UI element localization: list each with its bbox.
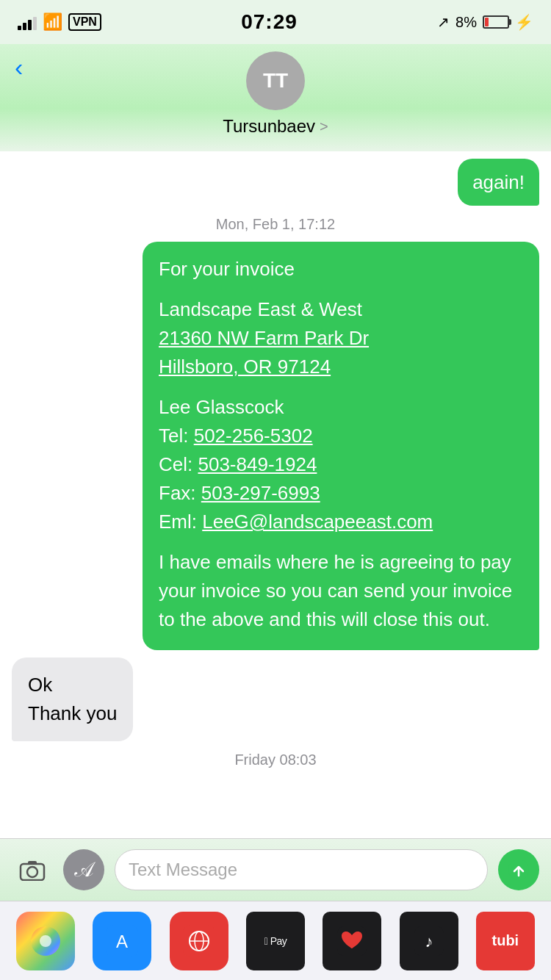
camera-button[interactable] xyxy=(12,849,53,890)
msg-line-10: Fax: 503-297-6993 xyxy=(159,479,523,508)
dock-heart-icon[interactable] xyxy=(323,912,381,970)
nav-header: ‹ TT Tursunbaev > xyxy=(0,44,551,151)
svg-point-1 xyxy=(27,867,37,877)
msg-line-1: For your invoice xyxy=(159,255,523,284)
contact-name[interactable]: Tursunbaev > xyxy=(223,116,328,137)
msg-line-5: Hillsboro, OR 97124 xyxy=(159,353,523,381)
message-input-wrapper[interactable]: Text Message xyxy=(115,849,488,890)
status-left: 📶 VPN xyxy=(18,12,101,32)
signal-icon xyxy=(18,14,37,30)
timestamp-2: Friday 08:03 xyxy=(12,752,539,768)
outgoing-bubble: For your invoice Landscape East & West 2… xyxy=(143,242,539,650)
vpn-badge: VPN xyxy=(68,13,101,31)
dock-appstore-icon[interactable]: A xyxy=(93,912,151,970)
chevron-right-icon: > xyxy=(320,118,328,135)
outgoing-message: For your invoice Landscape East & West 2… xyxy=(12,242,539,650)
dock-photos-icon[interactable] xyxy=(16,912,75,970)
msg-line-11: Eml: LeeG@landscapeeast.com xyxy=(159,508,523,536)
wifi-icon: 📶 xyxy=(43,12,62,32)
location-icon: ↗ xyxy=(437,13,450,31)
status-bar: 📶 VPN 07:29 ↗ 8% ⚡ xyxy=(0,0,551,44)
incoming-text: OkThank you xyxy=(28,671,117,728)
timestamp-1: Mon, Feb 1, 17:12 xyxy=(12,216,539,233)
msg-line-8: Tel: 502-256-5302 xyxy=(159,422,523,450)
charging-icon: ⚡ xyxy=(515,13,533,31)
message-input[interactable]: Text Message xyxy=(129,860,237,880)
apps-button[interactable]: 𝒜 xyxy=(63,849,104,890)
msg-line-4: 21360 NW Farm Park Dr xyxy=(159,324,523,353)
send-button[interactable] xyxy=(498,849,539,890)
messages-area: again! Mon, Feb 1, 17:12 For your invoic… xyxy=(0,151,551,813)
outgoing-partial-message: again! xyxy=(12,159,539,206)
incoming-message: OkThank you xyxy=(12,657,539,741)
msg-line-13: I have emails where he is agreeing to pa… xyxy=(159,548,523,634)
msg-line-9: Cel: 503-849-1924 xyxy=(159,450,523,479)
battery-icon xyxy=(483,15,509,29)
outgoing-partial-bubble: again! xyxy=(458,159,539,206)
svg-text:A: A xyxy=(116,932,128,951)
battery-percent: 8% xyxy=(455,14,477,31)
svg-point-5 xyxy=(40,935,51,947)
msg-line-3: Landscape East & West xyxy=(159,295,523,324)
dock-applepay-icon[interactable]:  Pay xyxy=(246,912,305,970)
dock-tubi-icon[interactable]: tubi xyxy=(476,912,535,970)
input-area: 𝒜 Text Message xyxy=(0,838,551,901)
back-button[interactable]: ‹ xyxy=(15,53,23,82)
incoming-bubble: OkThank you xyxy=(12,657,133,741)
dock-search-icon[interactable] xyxy=(170,912,228,970)
avatar: TT xyxy=(246,51,305,110)
svg-rect-2 xyxy=(28,861,37,865)
status-right: ↗ 8% ⚡ xyxy=(437,13,533,31)
msg-line-7: Lee Glasscock xyxy=(159,393,523,422)
dock-music-icon[interactable]: ♪ xyxy=(400,912,458,970)
svg-text:♪: ♪ xyxy=(425,932,433,951)
dock: A  Pay ♪ tubi xyxy=(0,901,551,980)
status-time: 07:29 xyxy=(241,10,298,34)
apps-icon: 𝒜 xyxy=(75,858,93,882)
